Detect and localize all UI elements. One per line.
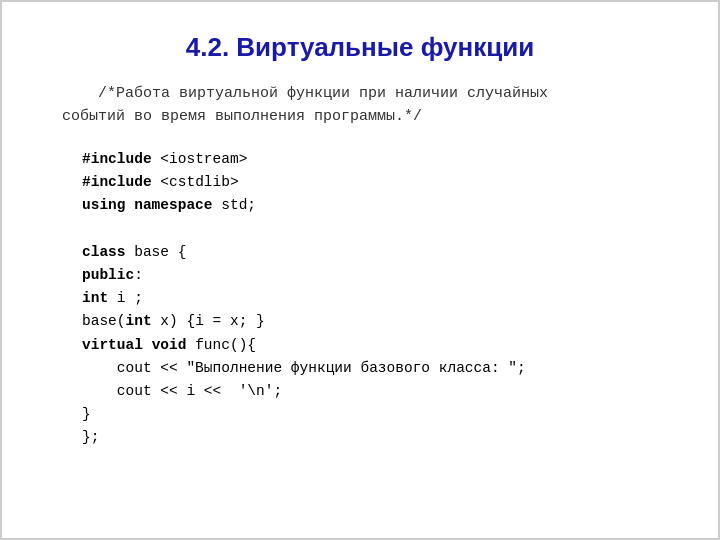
code-line-cout2: cout << i << '\n';: [82, 380, 668, 403]
code-line-close-class: };: [82, 426, 668, 449]
comment-block: /*Работа виртуальной функции при наличии…: [52, 83, 668, 128]
code-line-cout1: cout << "Выполнение функции базового кла…: [82, 357, 668, 380]
slide-title: 4.2. Виртуальные функции: [52, 32, 668, 63]
code-line-include2: #include <cstdlib>: [82, 171, 668, 194]
code-line-base-constructor: base(int x) {i = x; }: [82, 310, 668, 333]
code-line-virtual-func: virtual void func(){: [82, 334, 668, 357]
code-line-close-func: }: [82, 403, 668, 426]
code-line-using: using namespace std;: [82, 194, 668, 217]
code-line-public: public:: [82, 264, 668, 287]
code-line-class: class base {: [82, 241, 668, 264]
code-line-include1: #include <iostream>: [82, 148, 668, 171]
code-block: #include <iostream> #include <cstdlib> u…: [52, 148, 668, 449]
code-line-int: int i ;: [82, 287, 668, 310]
slide: 4.2. Виртуальные функции /*Работа виртуа…: [0, 0, 720, 540]
empty-line-1: [82, 218, 668, 241]
